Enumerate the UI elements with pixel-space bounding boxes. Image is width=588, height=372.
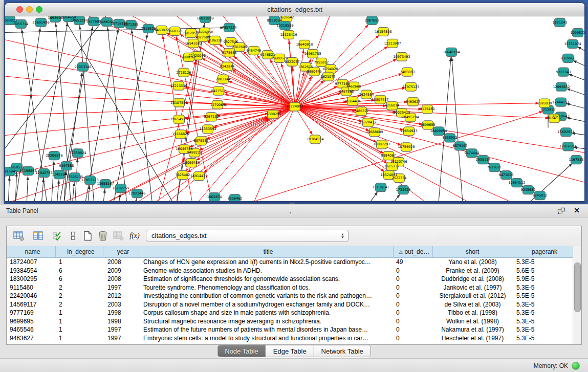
function-builder-button[interactable]: f(x)	[126, 228, 143, 244]
column-header-in_degree[interactable]: in_degree	[56, 246, 103, 257]
table-row[interactable]: 911546021997Tourette syndrome. Phenomeno…	[7, 283, 573, 292]
table-cell: 1	[56, 334, 103, 343]
table-toolbar: f(x) citations_edges.txt ▲▼	[7, 226, 581, 247]
network-window-title: citations_edges.txt	[5, 6, 584, 13]
select-rows-button[interactable]	[50, 228, 66, 244]
scrollbar-thumb[interactable]	[574, 262, 581, 312]
graph-node-label: 2367608	[232, 45, 247, 49]
graph-node-label: 8427512	[211, 89, 226, 93]
graph-node-label: 17016504	[559, 144, 576, 148]
table-selector-dropdown[interactable]: citations_edges.txt ▲▼	[146, 230, 349, 242]
graph-node-label: 1527602	[86, 19, 101, 24]
table-row[interactable]: 2242004622012Investigating the contribut…	[7, 292, 573, 300]
table-row[interactable]: 946362711997Embryonic stem cells: a mode…	[7, 334, 573, 343]
table-cell: 1998	[103, 309, 139, 317]
column-header-out_de[interactable]: △out_de…	[394, 246, 433, 257]
table-row[interactable]: 977716911998Corpus callosum shape and si…	[7, 309, 573, 317]
graph-node-label: 16033809	[197, 16, 213, 20]
graph-node-label: 19654925	[170, 117, 187, 121]
table-cell: 5.9E-5	[512, 275, 573, 283]
graph-node-label: 9827546	[224, 40, 238, 44]
network-view-window[interactable]: citations_edges.txt 10938229055714206914…	[5, 3, 585, 202]
tab-network-table[interactable]: Network Table	[314, 345, 371, 357]
table-cell: 5.3E-5	[512, 334, 573, 343]
table-row[interactable]: 1938455462009Genome-wide association stu…	[7, 267, 573, 275]
column-header-year[interactable]: year	[103, 246, 139, 257]
graph-node-label: 8878332	[194, 139, 209, 143]
table-cell: 5.5E-5	[512, 292, 573, 300]
close-panel-icon[interactable]: ✕	[574, 206, 580, 214]
table-cell: Franke et al. (2009)	[433, 267, 512, 275]
table-cell: Genome-wide association studies in ADHD.	[139, 267, 394, 275]
graph-node-label: 16154808	[375, 30, 391, 34]
table-cell: 1997	[103, 283, 139, 292]
table-settings-button[interactable]	[11, 228, 27, 244]
table-row[interactable]: 1830029562008Estimation of significance …	[7, 275, 573, 283]
table-cell: 5.3E-5	[512, 283, 573, 292]
graph-node-label: 2522754	[392, 176, 407, 180]
graph-node-label: 1595830	[537, 101, 552, 105]
delete-columns-button[interactable]	[95, 228, 111, 244]
graph-node-label: 19384554	[307, 137, 323, 141]
create-column-button[interactable]	[79, 228, 96, 244]
show-columns-button[interactable]	[30, 228, 47, 244]
table-cell: 19384554	[7, 267, 56, 275]
graph-node-label: 8938923	[443, 136, 458, 140]
fx-icon: f(x)	[129, 232, 139, 240]
graph-node-label: 18107552	[170, 101, 187, 105]
table-cell: 1997	[103, 325, 139, 334]
table-cell: Changes of HCN gene expression and I(f) …	[139, 258, 394, 267]
tab-edge-table[interactable]: Edge Table	[266, 345, 314, 357]
graph-node-label: 15751074	[564, 42, 581, 46]
graph-node-label: 8660123	[168, 29, 183, 33]
graph-node-label: 7515520	[141, 27, 156, 31]
graph-node-label: 16782759	[112, 186, 129, 190]
graph-node-label: 18325419	[280, 33, 297, 37]
split-handle[interactable]	[290, 203, 297, 205]
table-cell: 22420046	[7, 292, 56, 300]
graph-node-label: 12213987	[384, 41, 401, 46]
graph-node-label: 18300295	[264, 112, 281, 116]
graph-node-label: 8306462	[228, 196, 243, 201]
graph-node-label: 9699695	[421, 123, 435, 127]
graph-node-label: 7857224	[222, 26, 237, 30]
table-cell: Stergiakouli et al. (2012)	[433, 292, 512, 300]
table-row[interactable]: 969969511998Structural magnetic resonanc…	[7, 317, 573, 326]
table-row[interactable]: 1456911722003Disruption of a novel membe…	[7, 300, 573, 309]
table-row[interactable]: 946554611997Estimation of the future num…	[7, 325, 573, 334]
graph-node-label: 1362615	[298, 65, 313, 69]
status-bar: Memory: OK	[0, 358, 588, 372]
graph-node-label: 16648784	[443, 50, 460, 54]
memory-ok-indicator	[572, 362, 580, 370]
graph-node-label: 8454749	[247, 49, 262, 53]
graph-node-label: 6497568	[339, 90, 354, 94]
table-cell: Hescheler et al. (1997)	[433, 334, 512, 343]
table-row[interactable]: 1872400712008Changes of HCN gene express…	[7, 258, 573, 267]
table-selector-value: citations_edges.txt	[151, 232, 207, 239]
table-cell: 0	[394, 300, 433, 309]
table-cell: 0	[394, 309, 433, 317]
column-header-name[interactable]: name	[7, 246, 56, 257]
column-header-short[interactable]: short	[433, 246, 512, 257]
tab-node-table[interactable]: Node Table	[217, 345, 266, 357]
import-table-button-disabled	[110, 228, 126, 244]
graph-node-label: 10653287	[71, 18, 88, 23]
column-header-pagerank[interactable]: pagerank	[512, 246, 573, 257]
graph-node-label: 17975125	[402, 85, 419, 89]
float-panel-icon[interactable]	[557, 207, 565, 214]
column-header-title[interactable]: title	[139, 246, 394, 257]
network-canvas[interactable]: 1093822905571420691406169399618846501065…	[5, 16, 584, 201]
table-cell: Structural magnetic resonance image aver…	[139, 317, 394, 326]
table-tabs: Node TableEdge TableNetwork Table	[217, 345, 371, 357]
table-cell: 6	[56, 275, 103, 283]
table-cell: Jankovic et al. (1997)	[433, 283, 512, 292]
vertical-scrollbar[interactable]	[573, 246, 581, 344]
network-window-titlebar[interactable]: citations_edges.txt	[5, 3, 584, 16]
graph-node-label: 9242844	[220, 64, 235, 69]
graph-node-label: 6879197	[453, 144, 468, 148]
table-cell: 2008	[103, 258, 139, 267]
graph-node-label: 10688609	[366, 130, 383, 134]
graph-node-label: 1621077	[321, 75, 336, 79]
graph-node-label: 16120746	[390, 160, 407, 164]
graph-node-label: 2087682	[365, 18, 380, 23]
